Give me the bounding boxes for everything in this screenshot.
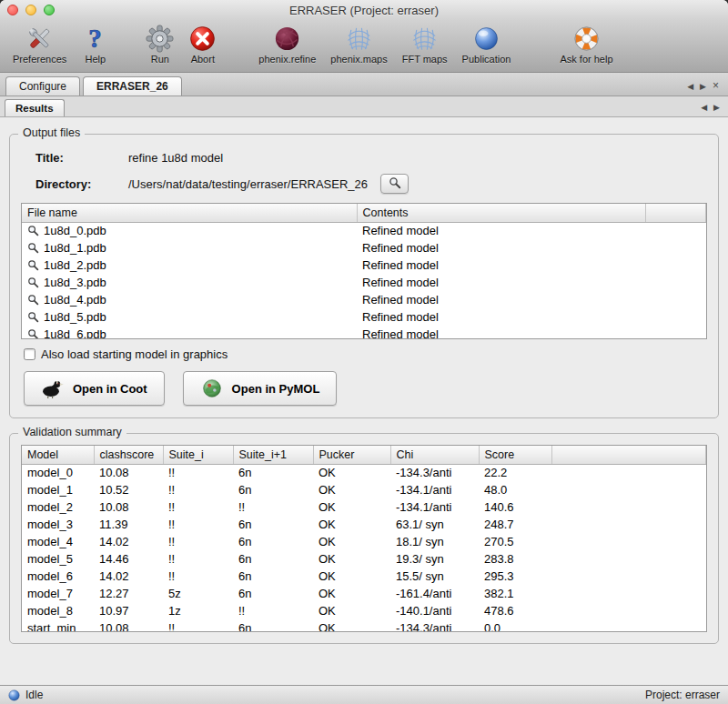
column-header-empty[interactable] <box>645 204 706 222</box>
tab-configure[interactable]: Configure <box>5 76 80 96</box>
validation-cell: 248.7 <box>479 516 551 533</box>
help-icon: ? <box>81 25 109 53</box>
file-row[interactable]: 1u8d_0.pdbRefined model <box>22 222 706 239</box>
open-in-coot-button[interactable]: Open in Coot <box>24 371 165 406</box>
file-contents: Refined model <box>357 222 645 239</box>
toolbar-button-label: Ask for help <box>560 54 612 65</box>
file-row[interactable]: 1u8d_5.pdbRefined model <box>22 308 706 326</box>
validation-cell: OK <box>313 533 390 550</box>
validation-row[interactable]: model_414.02!!6nOK18.1/ syn270.5 <box>22 533 706 550</box>
toolbar-button-help[interactable]: ?Help <box>74 24 116 65</box>
toolbar: Preferences?HelpRunAbortphenix.refinephe… <box>0 20 728 73</box>
validation-cell: 15.5/ syn <box>390 568 479 585</box>
toolbar-button-abort[interactable]: Abort <box>181 24 224 65</box>
file-row[interactable]: 1u8d_4.pdbRefined model <box>22 291 706 308</box>
tab-erraser-26[interactable]: ERRASER_26 <box>83 76 182 96</box>
toolbar-button-run[interactable]: Run <box>138 24 181 65</box>
close-window-button[interactable] <box>7 5 18 15</box>
directory-value: /Users/nat/data/testing/erraser/ERRASER_… <box>128 177 368 191</box>
button-label: Open in PyMOL <box>232 382 320 396</box>
validation-row[interactable]: model_311.39!!6nOK63.1/ syn248.7 <box>22 516 706 533</box>
magnifier-icon <box>27 242 39 254</box>
column-header-empty[interactable] <box>551 446 706 464</box>
column-header-suite-i1[interactable]: Suite_i+1 <box>233 446 313 464</box>
file-name: 1u8d_6.pdb <box>44 327 106 339</box>
validation-cell: -134.1/anti <box>390 481 479 498</box>
file-contents: Refined model <box>357 308 645 326</box>
validation-row[interactable]: model_810.971z!!OK-140.1/anti478.6 <box>22 602 706 619</box>
toolbar-button-fft-maps[interactable]: FFT maps <box>395 24 455 65</box>
validation-cell: 140.6 <box>479 498 551 516</box>
validation-row[interactable]: model_010.08!!6nOK-134.3/anti22.2 <box>22 464 706 481</box>
file-row[interactable]: 1u8d_6.pdbRefined model <box>22 326 706 339</box>
tab-scroll-left-icon[interactable]: ◀ <box>687 83 693 91</box>
browse-directory-button[interactable] <box>380 174 409 194</box>
validation-cell: 6n <box>233 481 313 498</box>
validation-cell: -161.4/anti <box>390 585 479 602</box>
column-header-chi[interactable]: Chi <box>390 446 479 464</box>
validation-cell: -134.1/anti <box>390 498 479 516</box>
file-row[interactable]: 1u8d_2.pdbRefined model <box>22 256 706 274</box>
tab-scroll-right-icon[interactable]: ▶ <box>700 83 706 91</box>
open-in-pymol-button[interactable]: Open in PyMOL <box>183 371 338 406</box>
toolbar-button-ask-for-help[interactable]: Ask for help <box>552 24 620 65</box>
column-header-model[interactable]: Model <box>22 446 94 464</box>
output-files-table[interactable]: File name Contents 1u8d_0.pdbRefined mod… <box>21 203 707 339</box>
coot-icon <box>41 377 65 400</box>
validation-cell: !! <box>163 516 233 533</box>
svg-text:?: ? <box>89 25 103 53</box>
validation-row[interactable]: model_514.46!!6nOK19.3/ syn283.8 <box>22 550 706 568</box>
tab-label: ERRASER_26 <box>96 80 168 93</box>
load-starting-model-row[interactable]: Also load starting model in graphics <box>24 347 707 361</box>
validation-row[interactable]: model_210.08!!!!OK-134.1/anti140.6 <box>22 498 706 516</box>
output-files-group-label: Output files <box>18 126 85 139</box>
validation-cell: -140.1/anti <box>390 602 479 619</box>
tab-close-icon[interactable]: × <box>713 80 719 91</box>
validation-cell: OK <box>313 619 390 632</box>
toolbar-button-phenix-refine[interactable]: phenix.refine <box>251 24 323 65</box>
column-header-clashscore[interactable]: clashscore <box>94 446 163 464</box>
validation-cell: !! <box>163 550 233 568</box>
validation-table-body: model_010.08!!6nOK-134.3/anti22.2model_1… <box>22 464 706 632</box>
tab-results[interactable]: Results <box>5 99 65 116</box>
project-label: Project: erraser <box>645 689 720 701</box>
column-header-pucker[interactable]: Pucker <box>313 446 390 464</box>
minimize-window-button[interactable] <box>25 5 36 15</box>
validation-table[interactable]: Model clashscore Suite_i Suite_i+1 Pucke… <box>21 445 707 632</box>
toolbar-button-phenix-maps[interactable]: phenix.maps <box>323 24 394 65</box>
column-header-score[interactable]: Score <box>479 446 551 464</box>
file-row[interactable]: 1u8d_3.pdbRefined model <box>22 274 706 291</box>
validation-cell: OK <box>313 481 390 498</box>
file-name: 1u8d_1.pdb <box>44 241 106 255</box>
file-row[interactable]: 1u8d_1.pdbRefined model <box>22 239 706 256</box>
toolbar-button-preferences[interactable]: Preferences <box>5 24 74 65</box>
validation-row[interactable]: start_min10.08!!6nOK-134.3/anti0.0 <box>22 619 706 632</box>
subtab-controls: ◀ ▶ <box>701 104 723 116</box>
publication-icon <box>472 25 500 53</box>
validation-cell: model_6 <box>22 568 94 585</box>
toolbar-button-label: phenix.maps <box>330 54 387 65</box>
results-panel: Output files Title: refine 1u8d model Di… <box>0 117 728 685</box>
column-header-file-name[interactable]: File name <box>22 204 357 222</box>
validation-row[interactable]: model_712.275z6nOK-161.4/anti382.1 <box>22 585 706 602</box>
subtab-scroll-right-icon[interactable]: ▶ <box>713 104 720 112</box>
zoom-window-button[interactable] <box>44 5 55 15</box>
validation-row[interactable]: model_110.52!!6nOK-134.1/anti48.0 <box>22 481 706 498</box>
subtab-scroll-left-icon[interactable]: ◀ <box>701 104 707 112</box>
column-header-contents[interactable]: Contents <box>357 204 645 222</box>
magnifier-icon <box>27 277 39 288</box>
validation-cell: 5z <box>163 585 233 602</box>
fft-maps-icon <box>410 25 439 53</box>
toolbar-button-publication[interactable]: Publication <box>455 24 519 65</box>
validation-cell: 10.08 <box>94 464 163 481</box>
files-table-body: 1u8d_0.pdbRefined model1u8d_1.pdbRefined… <box>22 222 706 339</box>
file-name: 1u8d_2.pdb <box>44 258 106 272</box>
validation-cell: !! <box>233 498 313 516</box>
validation-cell: 14.46 <box>94 550 163 568</box>
load-starting-model-checkbox[interactable] <box>24 348 35 360</box>
magnifier-icon <box>27 294 39 306</box>
validation-row[interactable]: model_614.02!!6nOK15.5/ syn295.3 <box>22 568 706 585</box>
magnifier-icon <box>27 328 39 339</box>
column-header-suite-i[interactable]: Suite_i <box>163 446 233 464</box>
validation-cell: 478.6 <box>479 602 551 619</box>
